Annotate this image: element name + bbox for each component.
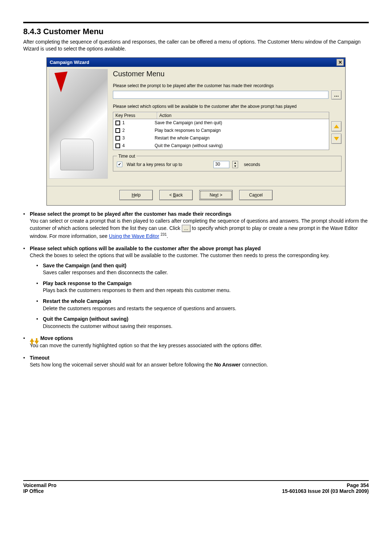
arrow-up-icon — [334, 125, 339, 128]
help-button[interactable]: Help — [119, 190, 153, 200]
table-row[interactable]: 4 Quit the Campaign (without saving) — [113, 142, 329, 150]
list-item: Save the Campaign (and then quit) Saves … — [36, 262, 369, 276]
wizard-heading: Customer Menu — [113, 70, 342, 78]
intro-paragraph: After completing the sequence of questio… — [23, 39, 369, 52]
browse-prompt-button[interactable]: … — [331, 90, 342, 100]
wizard-side-graphic — [49, 69, 108, 179]
page-footer: Voicemail Pro Page 354 IP Office 15-6010… — [23, 480, 369, 494]
back-button[interactable]: < Back — [159, 190, 193, 200]
table-row[interactable]: 1 Save the Campaign (and then quit) — [113, 119, 329, 127]
close-icon[interactable]: ✕ — [336, 59, 344, 66]
list-item: Play back response to the Campaign Plays… — [36, 280, 369, 294]
column-action: Action — [157, 112, 329, 119]
dialog-title: Campaign Wizard — [50, 60, 89, 65]
prompt-path-input[interactable] — [113, 91, 328, 99]
footer-product: Voicemail Pro — [23, 482, 57, 488]
column-keypress: Key Press — [113, 112, 157, 119]
dialog-titlebar: Campaign Wizard ✕ — [47, 58, 345, 67]
arrow-down-icon — [334, 137, 339, 141]
wait-keypress-checkbox[interactable]: ✔ — [117, 162, 122, 167]
flag-icon — [54, 72, 68, 93]
timeout-spinner[interactable]: ▲▼ — [232, 161, 238, 168]
options-available-label: Please select which options will be avai… — [113, 104, 342, 109]
checkbox-option-3[interactable] — [115, 136, 120, 141]
ellipsis-icon: … — [182, 225, 191, 232]
wait-keypress-label: Wait for a key press for up to — [127, 162, 182, 167]
page-reference: 231 — [161, 232, 167, 236]
arrow-up-icon — [30, 338, 34, 342]
campaign-wizard-dialog: Campaign Wizard ✕ Customer Menu Please s… — [46, 57, 346, 206]
timeout-unit-label: seconds — [244, 162, 260, 167]
wave-editor-link[interactable]: Using the Wave Editor — [109, 233, 159, 239]
section-heading: 8.4.3 Customer Menu — [23, 27, 369, 36]
timeout-legend: Time out — [117, 154, 136, 159]
timeout-group: Time out ✔ Wait for a key press for up t… — [113, 154, 342, 171]
cancel-button[interactable]: Cancel — [239, 190, 273, 200]
arrow-down-icon — [34, 341, 39, 344]
list-item: Move options You can move the currently … — [23, 335, 369, 349]
move-up-button[interactable] — [331, 121, 342, 131]
list-item: Timeout Sets how long the voicemail serv… — [23, 355, 369, 369]
next-button[interactable]: Next > — [199, 190, 233, 200]
footer-platform: IP Office — [23, 488, 44, 494]
checkbox-option-2[interactable] — [115, 128, 120, 133]
timeout-seconds-input[interactable]: 30 — [213, 161, 229, 168]
ellipsis-icon: … — [334, 92, 339, 98]
list-item: Quit the Campaign (without saving) Disco… — [36, 316, 369, 330]
mailbox-icon — [60, 139, 94, 170]
list-item: Please select which options will be avai… — [23, 245, 369, 330]
list-item: Please select the prompt to be played af… — [23, 211, 369, 240]
prompt-select-label: Please select the prompt to be played af… — [113, 83, 342, 88]
table-row[interactable]: 3 Restart the whole Campaign — [113, 134, 329, 142]
checkbox-option-1[interactable] — [115, 121, 120, 125]
list-item: Restart the whole Campaign Delete the cu… — [36, 298, 369, 312]
checkbox-option-4[interactable] — [115, 143, 120, 148]
table-row[interactable]: 2 Play back responses to Campaign — [113, 127, 329, 134]
footer-docid: 15-601063 Issue 20l (03 March 2009) — [282, 488, 369, 494]
footer-page: Page 354 — [347, 482, 369, 488]
move-down-button[interactable] — [331, 134, 342, 144]
